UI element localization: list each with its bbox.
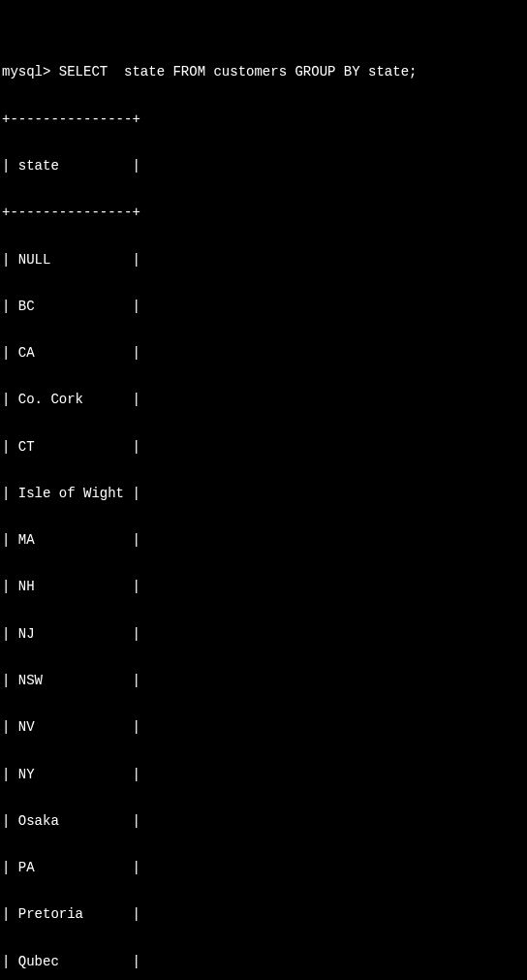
table-row: | NULL | <box>2 252 525 268</box>
table-row: | Qubec | <box>2 954 525 969</box>
table-row: | NH | <box>2 579 525 594</box>
table-row: | BC | <box>2 299 525 314</box>
table-row: | Co. Cork | <box>2 392 525 407</box>
table-row: | Isle of Wight | <box>2 486 525 501</box>
table-border: +---------------+ <box>2 205 525 220</box>
sql-prompt-line: mysql> SELECT state FROM customers GROUP… <box>2 64 525 79</box>
table-row: | NY | <box>2 767 525 782</box>
table-row: | NV | <box>2 719 525 735</box>
sql-statement: SELECT state FROM customers GROUP BY sta… <box>59 64 418 79</box>
table-row: | MA | <box>2 532 525 548</box>
table-border: +---------------+ <box>2 111 525 127</box>
table-header: | state | <box>2 158 525 174</box>
table-row: | Osaka | <box>2 813 525 829</box>
prompt: mysql> <box>2 64 59 79</box>
table-row: | NSW | <box>2 673 525 688</box>
table-row: | CT | <box>2 439 525 455</box>
mysql-terminal[interactable]: mysql> SELECT state FROM customers GROUP… <box>0 0 527 980</box>
table-row: | NJ | <box>2 626 525 642</box>
table-row: | Pretoria | <box>2 906 525 922</box>
table-row: | CA | <box>2 345 525 361</box>
table-row: | PA | <box>2 860 525 875</box>
